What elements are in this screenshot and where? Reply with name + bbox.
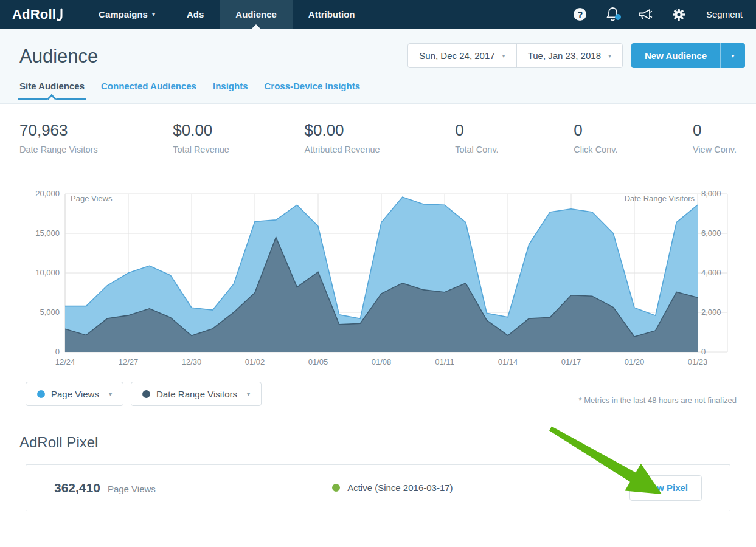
svg-text:6,000: 6,000 bbox=[701, 229, 721, 238]
stat-value: $0.00 bbox=[304, 121, 380, 140]
adroll-pixel-card: 362,410 Page Views Active (Since 2016-03… bbox=[26, 464, 730, 511]
nav-item-campaigns[interactable]: Campaigns ▾ bbox=[83, 0, 171, 29]
pixel-page-views-label: Page Views bbox=[108, 484, 156, 494]
nav-item-ads[interactable]: Ads bbox=[171, 0, 220, 29]
metrics-footnote: * Metrics in the last 48 hours are not f… bbox=[579, 396, 737, 406]
stat-value: $0.00 bbox=[173, 121, 229, 140]
stat-attributed-revenue: $0.00 Attributed Revenue bbox=[304, 121, 380, 154]
svg-text:01/23: 01/23 bbox=[688, 357, 708, 366]
end-date-value: Tue, Jan 23, 2018 bbox=[528, 50, 601, 61]
nav-item-label: Audience bbox=[235, 9, 277, 19]
settings-gear-icon[interactable] bbox=[662, 8, 695, 21]
stat-total-conv: 0 Total Conv. bbox=[455, 121, 498, 154]
svg-text:20,000: 20,000 bbox=[35, 189, 60, 198]
chevron-down-icon: ▾ bbox=[152, 11, 155, 18]
page-views-series-dot bbox=[37, 390, 45, 398]
svg-text:01/20: 01/20 bbox=[625, 357, 645, 366]
svg-text:01/11: 01/11 bbox=[435, 357, 454, 366]
nav-item-attribution[interactable]: Attribution bbox=[293, 0, 371, 29]
gear-glyph bbox=[672, 8, 685, 21]
svg-text:2,000: 2,000 bbox=[701, 308, 721, 317]
account-segment-label[interactable]: Segment bbox=[706, 9, 743, 19]
announcements-megaphone-icon[interactable] bbox=[629, 8, 662, 21]
start-date-value: Sun, Dec 24, 2017 bbox=[419, 50, 494, 61]
svg-text:4,000: 4,000 bbox=[701, 268, 721, 277]
chevron-down-icon: ▾ bbox=[109, 391, 112, 397]
svg-text:12/30: 12/30 bbox=[182, 357, 202, 366]
stat-label: Total Revenue bbox=[173, 145, 229, 154]
active-tab-notch bbox=[47, 94, 57, 104]
svg-text:01/17: 01/17 bbox=[561, 357, 581, 366]
nav-item-label: Campaigns bbox=[99, 9, 148, 19]
stat-date-range-visitors: 70,963 Date Range Visitors bbox=[19, 121, 98, 154]
svg-text:12/27: 12/27 bbox=[119, 357, 139, 366]
status-text: Active (Since 2016-03-17) bbox=[347, 483, 453, 493]
nav-items: Campaigns ▾ Ads Audience Attribution bbox=[83, 0, 370, 29]
adroll-pixel-heading: AdRoll Pixel bbox=[19, 434, 737, 451]
svg-text:0: 0 bbox=[701, 347, 706, 356]
new-audience-split-button: New Audience ▾ bbox=[631, 43, 745, 68]
traffic-area-chart: 05,00010,00015,00020,00002,0004,0006,000… bbox=[0, 185, 756, 373]
nav-right-icons: ? bbox=[564, 0, 756, 29]
svg-text:12/24: 12/24 bbox=[55, 357, 75, 366]
svg-text:0: 0 bbox=[55, 347, 60, 356]
stat-value: 70,963 bbox=[19, 121, 98, 140]
legend-label: Page Views bbox=[51, 389, 99, 399]
adroll-logo[interactable]: AdRoll bbox=[0, 0, 83, 29]
status-active-dot bbox=[332, 484, 340, 492]
summary-stats-row: 70,963 Date Range Visitors $0.00 Total R… bbox=[0, 104, 756, 154]
tab-cross-device-insights[interactable]: Cross-Device Insights bbox=[264, 81, 360, 100]
start-date-dropdown[interactable]: Sun, Dec 24, 2017 ▾ bbox=[408, 44, 516, 67]
stat-click-conv: 0 Click Conv. bbox=[574, 121, 617, 154]
tab-insights[interactable]: Insights bbox=[213, 81, 248, 100]
legend-row: Page Views ▾ Date Range Visitors ▾ * Met… bbox=[26, 382, 737, 406]
stat-label: Total Conv. bbox=[455, 145, 498, 154]
help-glyph: ? bbox=[574, 8, 586, 21]
stat-label: Click Conv. bbox=[574, 145, 617, 154]
header-controls: Sun, Dec 24, 2017 ▾ Tue, Jan 23, 2018 ▾ … bbox=[407, 43, 745, 68]
stat-value: 0 bbox=[574, 121, 617, 140]
nav-item-audience[interactable]: Audience bbox=[220, 0, 293, 29]
notifications-bell-icon[interactable] bbox=[597, 7, 629, 22]
date-range-picker: Sun, Dec 24, 2017 ▾ Tue, Jan 23, 2018 ▾ bbox=[407, 43, 623, 68]
tab-label: Cross-Device Insights bbox=[264, 81, 360, 91]
end-date-dropdown[interactable]: Tue, Jan 23, 2018 ▾ bbox=[516, 44, 622, 67]
tab-connected-audiences[interactable]: Connected Audiences bbox=[101, 81, 196, 100]
pixel-status: Active (Since 2016-03-17) bbox=[332, 483, 453, 493]
tab-label: Connected Audiences bbox=[101, 81, 196, 91]
traffic-chart-container: 05,00010,00015,00020,00002,0004,0006,000… bbox=[0, 185, 756, 373]
stat-label: Date Range Visitors bbox=[19, 145, 98, 154]
active-nav-notch bbox=[252, 24, 260, 29]
chevron-down-icon: ▾ bbox=[502, 52, 505, 59]
page-title: Audience bbox=[19, 46, 98, 67]
svg-text:Page Views: Page Views bbox=[71, 194, 113, 203]
adroll-logo-text: AdRoll bbox=[12, 7, 56, 22]
svg-text:01/02: 01/02 bbox=[245, 357, 265, 366]
help-icon[interactable]: ? bbox=[564, 8, 597, 21]
svg-text:Date Range Visitors: Date Range Visitors bbox=[625, 194, 695, 203]
stat-value: 0 bbox=[693, 121, 737, 140]
stat-value: 0 bbox=[455, 121, 498, 140]
svg-text:5,000: 5,000 bbox=[40, 308, 60, 317]
svg-text:01/05: 01/05 bbox=[308, 357, 328, 366]
stat-total-revenue: $0.00 Total Revenue bbox=[173, 121, 229, 154]
legend-dropdown-page-views[interactable]: Page Views ▾ bbox=[26, 382, 123, 406]
stat-label: View Conv. bbox=[693, 145, 737, 154]
view-pixel-button[interactable]: View Pixel bbox=[629, 475, 702, 501]
audience-tabs: Site Audiences Connected Audiences Insig… bbox=[19, 81, 745, 100]
tab-site-audiences[interactable]: Site Audiences bbox=[19, 81, 85, 100]
page-header: Audience Sun, Dec 24, 2017 ▾ Tue, Jan 23… bbox=[0, 29, 756, 104]
top-navbar: AdRoll Campaigns ▾ Ads Audience Attribut… bbox=[0, 0, 756, 29]
chevron-down-icon: ▾ bbox=[608, 52, 611, 59]
stat-view-conv: 0 View Conv. bbox=[693, 121, 737, 154]
chevron-down-icon: ▾ bbox=[247, 391, 250, 397]
new-audience-caret-button[interactable]: ▾ bbox=[720, 43, 745, 68]
legend-dropdown-date-range-visitors[interactable]: Date Range Visitors ▾ bbox=[131, 382, 262, 406]
new-audience-button[interactable]: New Audience bbox=[631, 43, 720, 68]
legend-label: Date Range Visitors bbox=[156, 389, 237, 399]
svg-text:01/08: 01/08 bbox=[372, 357, 392, 366]
nav-item-label: Attribution bbox=[308, 9, 355, 19]
stat-label: Attributed Revenue bbox=[304, 145, 380, 154]
svg-text:8,000: 8,000 bbox=[701, 189, 721, 198]
tab-label: Insights bbox=[213, 81, 248, 91]
